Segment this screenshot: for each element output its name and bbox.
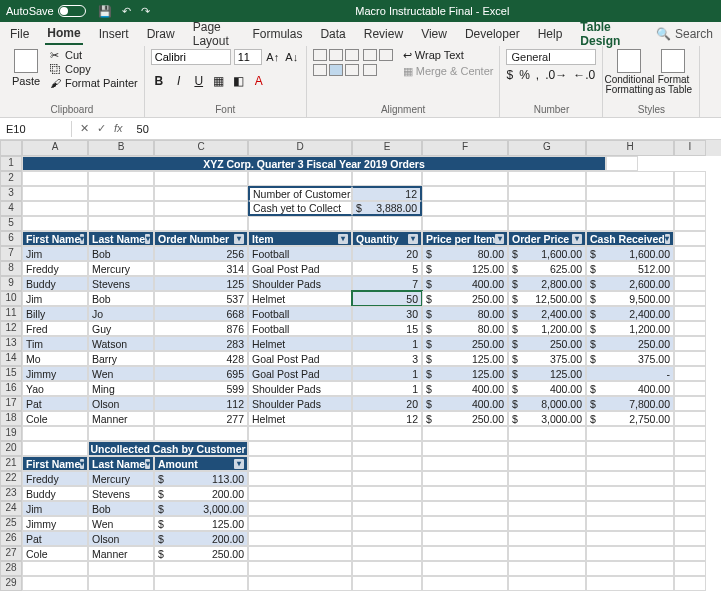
row-header[interactable]: 8 <box>0 261 22 276</box>
cell[interactable] <box>22 216 88 231</box>
cell[interactable]: Olson <box>88 531 154 546</box>
formula-input[interactable]: 50 <box>131 121 721 137</box>
decrease-font-icon[interactable]: A↓ <box>284 49 300 65</box>
cell[interactable] <box>88 561 154 576</box>
cell[interactable] <box>22 441 88 456</box>
cell[interactable] <box>88 576 154 591</box>
cell[interactable] <box>422 516 508 531</box>
row-header[interactable]: 20 <box>0 441 22 456</box>
cell[interactable]: Shoulder Pads <box>248 381 352 396</box>
cell[interactable] <box>508 186 586 201</box>
cell[interactable] <box>422 546 508 561</box>
cell[interactable]: Last Name▾ <box>88 456 154 471</box>
cell[interactable]: Wen <box>88 516 154 531</box>
number-format-select[interactable]: General <box>506 49 596 65</box>
cell[interactable] <box>352 441 422 456</box>
cell[interactable] <box>586 216 674 231</box>
cell[interactable]: $400.00 <box>422 276 508 291</box>
align-top[interactable] <box>313 49 327 61</box>
cell[interactable]: 12 <box>352 411 422 426</box>
cell[interactable]: $250.00 <box>508 336 586 351</box>
cell[interactable]: Cash Received▾ <box>586 231 674 246</box>
cell[interactable]: Stevens <box>88 276 154 291</box>
cell[interactable] <box>422 471 508 486</box>
cell[interactable] <box>586 441 674 456</box>
cell[interactable]: Pat <box>22 396 88 411</box>
filter-dropdown-icon[interactable]: ▾ <box>408 234 418 244</box>
wrap-text-button[interactable]: ↩ Wrap Text <box>403 49 494 62</box>
cell[interactable]: $2,800.00 <box>508 276 586 291</box>
cell[interactable] <box>88 201 154 216</box>
cell[interactable]: 30 <box>352 306 422 321</box>
cell[interactable] <box>248 561 352 576</box>
cell[interactable] <box>586 201 674 216</box>
cell[interactable]: Buddy <box>22 486 88 501</box>
cell[interactable] <box>674 531 706 546</box>
copy-button[interactable]: ⿻Copy <box>50 63 138 75</box>
cell[interactable] <box>674 366 706 381</box>
cell[interactable] <box>22 186 88 201</box>
cell[interactable]: Stevens <box>88 486 154 501</box>
cell[interactable]: $80.00 <box>422 246 508 261</box>
cell[interactable] <box>88 216 154 231</box>
cell[interactable]: Freddy <box>22 471 88 486</box>
col-header[interactable]: F <box>422 140 508 156</box>
row-header[interactable]: 21 <box>0 456 22 471</box>
cell[interactable]: Ming <box>88 381 154 396</box>
increase-font-icon[interactable]: A↑ <box>265 49 281 65</box>
align-center[interactable] <box>329 64 343 76</box>
tab-draw[interactable]: Draw <box>145 24 177 44</box>
filter-dropdown-icon[interactable]: ▾ <box>665 234 670 244</box>
cell[interactable]: $3,000.00 <box>508 411 586 426</box>
merge-center-button[interactable]: ▦ Merge & Center <box>403 65 494 78</box>
enter-icon[interactable]: ✓ <box>97 122 106 135</box>
cell[interactable]: 112 <box>154 396 248 411</box>
cell[interactable] <box>674 336 706 351</box>
cell[interactable] <box>674 291 706 306</box>
cell[interactable]: $512.00 <box>586 261 674 276</box>
cell[interactable]: $125.00 <box>154 516 248 531</box>
row-header[interactable]: 9 <box>0 276 22 291</box>
cell[interactable] <box>154 576 248 591</box>
conditional-formatting-button[interactable]: Conditional Formatting <box>609 49 649 95</box>
filter-dropdown-icon[interactable]: ▾ <box>572 234 582 244</box>
fx-icon[interactable]: fx <box>114 122 123 135</box>
cell[interactable] <box>508 201 586 216</box>
cell[interactable]: Price per Item▾ <box>422 231 508 246</box>
cell[interactable]: $2,400.00 <box>586 306 674 321</box>
cell[interactable] <box>154 201 248 216</box>
cell[interactable] <box>422 201 508 216</box>
cell[interactable]: First Name▾ <box>22 231 88 246</box>
cell[interactable] <box>422 576 508 591</box>
cell[interactable]: $250.00 <box>422 411 508 426</box>
cell[interactable] <box>352 501 422 516</box>
cell[interactable]: $80.00 <box>422 306 508 321</box>
cell[interactable] <box>586 516 674 531</box>
italic-button[interactable]: I <box>171 73 187 89</box>
cell[interactable] <box>586 546 674 561</box>
cell[interactable]: Mo <box>22 351 88 366</box>
cell[interactable]: 599 <box>154 381 248 396</box>
cell[interactable]: 15 <box>352 321 422 336</box>
cell[interactable] <box>352 471 422 486</box>
tab-data[interactable]: Data <box>318 24 347 44</box>
cell[interactable]: $1,600.00 <box>508 246 586 261</box>
cell[interactable]: $125.00 <box>422 261 508 276</box>
cell[interactable]: Cole <box>22 546 88 561</box>
cell[interactable]: First Name▾ <box>22 456 88 471</box>
cell[interactable]: Wen <box>88 366 154 381</box>
cell[interactable] <box>674 306 706 321</box>
percent-button[interactable]: % <box>519 68 530 82</box>
cell[interactable] <box>508 576 586 591</box>
filter-dropdown-icon[interactable]: ▾ <box>145 459 150 469</box>
cell[interactable]: 12 <box>352 186 422 201</box>
cell[interactable] <box>248 546 352 561</box>
cell[interactable]: $1,600.00 <box>586 246 674 261</box>
cell[interactable] <box>586 486 674 501</box>
worksheet[interactable]: A B C D E F G H I 1XYZ Corp. Quarter 3 F… <box>0 140 721 591</box>
cell[interactable] <box>508 216 586 231</box>
cell[interactable] <box>674 396 706 411</box>
cell[interactable] <box>508 486 586 501</box>
col-header[interactable]: G <box>508 140 586 156</box>
cell[interactable]: 20 <box>352 246 422 261</box>
